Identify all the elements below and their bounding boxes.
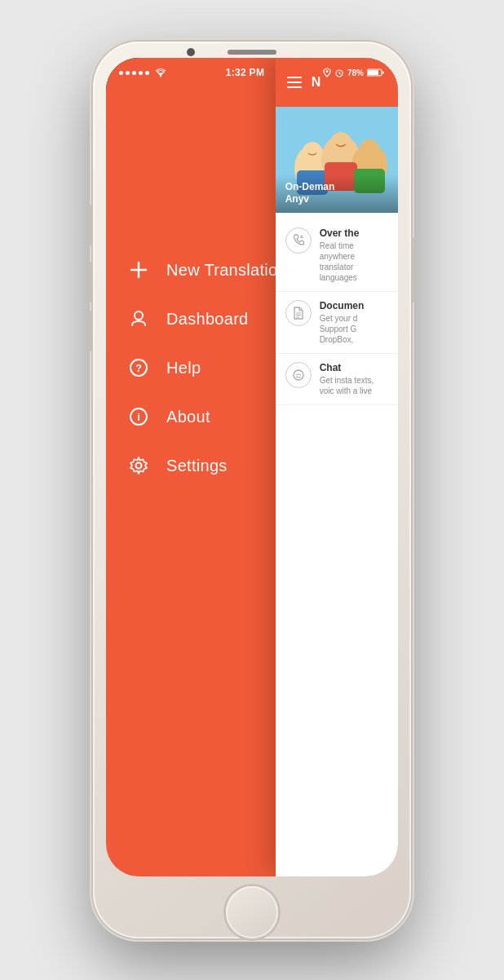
svg-text:i: i (137, 411, 140, 423)
right-panel: N (276, 58, 398, 876)
svg-point-37 (136, 463, 142, 469)
new-translation-label: New Translation (166, 261, 287, 280)
signal-dot-4 (139, 71, 143, 75)
feature-text-document: Documen Get your d Support G DropBox, (320, 300, 388, 345)
screen-content: 1:32 PM 78% (106, 58, 398, 876)
wifi-icon (154, 68, 167, 77)
status-right-icons: 78% (323, 68, 385, 77)
features-list: Over the Real time anywhere translator l… (276, 213, 398, 412)
doc-feature-icon (285, 300, 312, 326)
phone-frame: 1:32 PM 78% (93, 42, 411, 938)
svg-point-17 (325, 70, 328, 73)
battery-icon (367, 68, 385, 77)
feature-desc-document: Get your d Support G DropBox, (320, 313, 388, 345)
signal-dot-3 (132, 71, 136, 75)
status-bar: 1:32 PM 78% (106, 58, 398, 87)
alarm-icon (334, 68, 344, 77)
question-circle-icon: ? (127, 356, 150, 379)
signal-dot-2 (126, 71, 130, 75)
svg-point-44 (360, 139, 379, 159)
hero-overlay: On-Deman Anyv (276, 174, 398, 213)
home-button[interactable] (226, 886, 278, 938)
time-display: 1:32 PM (226, 67, 264, 78)
settings-label: Settings (166, 457, 228, 475)
help-label: Help (166, 359, 201, 377)
chat-feature-icon (285, 362, 312, 388)
person-icon (127, 307, 150, 330)
svg-point-42 (303, 142, 322, 161)
feature-item-phone: Over the Real time anywhere translator l… (276, 219, 398, 292)
feature-title-phone: Over the (320, 227, 388, 239)
plus-icon (127, 258, 150, 281)
signal-dot-5 (145, 71, 149, 75)
location-icon (323, 68, 331, 77)
battery-text: 78% (347, 68, 364, 77)
feature-item-document: Documen Get your d Support G DropBox, (276, 292, 398, 354)
phone-screen: 1:32 PM 78% (106, 58, 398, 876)
info-circle-icon: i (127, 405, 150, 428)
gear-icon (127, 454, 150, 477)
hero-text-line1: On-Deman (285, 181, 335, 192)
signal-indicators (119, 68, 167, 77)
camera (187, 48, 195, 56)
phone-feature-icon (285, 227, 312, 254)
speaker (228, 50, 276, 55)
svg-line-20 (339, 73, 341, 74)
feature-item-chat: Chat Get insta texts, voic with a live (276, 354, 398, 405)
svg-point-32 (135, 311, 143, 320)
svg-text:?: ? (135, 362, 142, 374)
feature-title-chat: Chat (320, 362, 388, 373)
svg-rect-22 (368, 70, 378, 75)
hero-text-line2: Anyv (285, 193, 309, 205)
about-label: About (166, 408, 210, 426)
svg-point-16 (160, 76, 161, 77)
hero-image: On-Deman Anyv (276, 107, 398, 213)
feature-title-document: Documen (320, 300, 388, 311)
feature-text-chat: Chat Get insta texts, voic with a live (320, 362, 388, 396)
feature-desc-chat: Get insta texts, voic with a live (320, 375, 388, 396)
dashboard-label: Dashboard (166, 310, 249, 329)
svg-point-43 (330, 132, 351, 153)
feature-desc-phone: Real time anywhere translator languages (320, 241, 388, 283)
svg-point-51 (294, 370, 303, 380)
feature-text-phone: Over the Real time anywhere translator l… (320, 227, 388, 283)
signal-dot-1 (119, 71, 123, 75)
